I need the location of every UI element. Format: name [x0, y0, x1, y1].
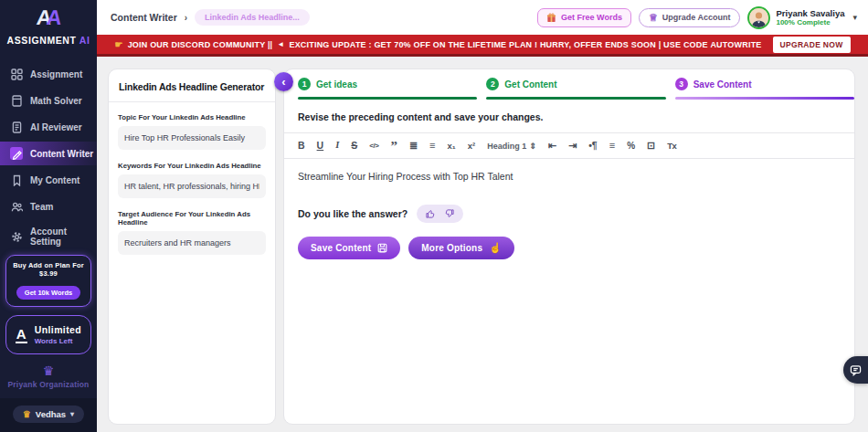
chevron-down-icon: ▾ [852, 13, 857, 22]
clear-format-icon[interactable]: Tx [667, 142, 676, 151]
workspace-bar: ♛ Vedhas ▾ [0, 398, 97, 432]
ordered-list-icon[interactable]: ≣ [409, 141, 418, 151]
content-area: Linkedin Ads Headline Generator Topic Fo… [97, 57, 868, 432]
chat-bubble-icon [850, 364, 862, 376]
superscript-icon[interactable]: x² [468, 142, 475, 151]
logo-icon: A A [5, 5, 91, 35]
italic-icon[interactable]: I [335, 141, 339, 151]
gear-icon [10, 230, 23, 243]
image-icon[interactable]: ⊡ [647, 141, 655, 151]
sidebar-item-content-writer[interactable]: Content Writer [0, 142, 97, 165]
keywords-field-group: Keywords For Your Linkedin Ads Headline [118, 162, 266, 198]
discord-banner-text[interactable]: JOIN OUR DISCORD COMMUNITY || [128, 40, 273, 49]
gift-icon [546, 13, 556, 23]
step-get-content[interactable]: 2 Get Content [486, 78, 665, 100]
step-3-badge: 3 [675, 78, 688, 90]
thumbs-up-icon[interactable] [425, 208, 436, 219]
avatar [747, 6, 770, 29]
action-buttons: Save Content More Options ☝ [284, 225, 854, 271]
profile-menu[interactable]: Priyank Savaliya 100% Complete ▾ [747, 6, 857, 29]
grid-icon [10, 68, 23, 80]
chevron-down-icon: ▾ [70, 410, 74, 418]
step-save-content[interactable]: 3 Save Content [675, 78, 854, 100]
upgrade-now-button[interactable]: UPGRADE NOW [773, 37, 851, 53]
sidebar-item-label: Team [30, 202, 53, 212]
sidebar-item-label: My Content [30, 175, 79, 185]
audience-input[interactable] [118, 231, 266, 255]
chevron-right-icon: › [185, 13, 187, 23]
pointer-hand-icon: ☝ [489, 243, 502, 253]
app-logo: A A ASSIGNMENT AI [0, 0, 97, 53]
editor-content[interactable]: Streamline Your Hiring Process with Top … [284, 159, 854, 194]
step-instruction: Revise the preceding content and save yo… [284, 100, 854, 132]
step-2-label: Get Content [504, 79, 556, 90]
words-left-box: A Unlimited Words Left [5, 315, 91, 354]
get-free-words-button[interactable]: Get Free Words [537, 8, 631, 27]
pen-icon [10, 147, 23, 160]
organization-name: Priyank Organization [0, 380, 97, 389]
sidebar: A A ASSIGNMENT AI Assignment Math Solver… [0, 0, 97, 432]
sidebar-item-ai-reviewer[interactable]: AI Reviewer [0, 115, 97, 139]
outdent-icon[interactable]: ⇤ [548, 141, 556, 151]
code-icon[interactable]: </> [369, 142, 378, 150]
get-free-words-label: Get Free Words [561, 13, 622, 22]
step-1-badge: 1 [298, 78, 311, 90]
sidebar-item-label: Math Solver [30, 96, 82, 106]
thumbs-down-icon[interactable] [444, 208, 455, 219]
paragraph-icon[interactable]: •¶ [588, 141, 598, 151]
generator-fields: Topic For Your Linkedin Ads Headline Key… [109, 102, 275, 278]
more-options-label: More Options [421, 243, 482, 253]
sidebar-item-label: Account Setting [30, 227, 97, 247]
underline-icon[interactable]: U [317, 141, 324, 151]
sidebar-item-assignment[interactable]: Assignment [0, 62, 97, 86]
keywords-input[interactable] [118, 174, 266, 198]
topic-field-group: Topic For Your Linkedin Ads Headline [118, 113, 266, 150]
upgrade-account-label: Upgrade Account [662, 13, 731, 22]
unordered-list-icon[interactable]: ≡ [429, 141, 435, 151]
subscript-icon[interactable]: x₁ [448, 142, 456, 151]
workspace-name: Vedhas [36, 409, 66, 419]
breadcrumb-root[interactable]: Content Writer [111, 12, 177, 23]
feedback-buttons [417, 205, 463, 223]
indent-icon[interactable]: ⇥ [568, 141, 577, 151]
step-3-label: Save Content [693, 79, 752, 90]
back-button[interactable]: ‹ [274, 72, 293, 91]
team-icon [10, 200, 23, 213]
bold-icon[interactable]: B [298, 141, 305, 151]
breadcrumb-current[interactable]: Linkedin Ads Headline... [195, 9, 310, 26]
sidebar-item-my-content[interactable]: My Content [0, 168, 97, 192]
feedback-row: Do you like the answer? [284, 194, 854, 225]
workspace-switcher[interactable]: ♛ Vedhas ▾ [13, 406, 84, 423]
blockquote-icon[interactable]: ” [390, 143, 397, 149]
step-1-progress-bar [298, 97, 477, 100]
save-content-button[interactable]: Save Content [298, 237, 400, 259]
sidebar-item-math-solver[interactable]: Math Solver [0, 89, 97, 112]
get-10k-words-button[interactable]: Get 10k Words [16, 286, 80, 300]
offer-text: EXCITING UPDATE : GET 70% OFF ON THE LIF… [289, 40, 761, 49]
topbar: Content Writer › Linkedin Ads Headline..… [97, 0, 868, 35]
user-name: Priyank Savaliya [776, 8, 844, 19]
words-left-value: Unlimited [35, 324, 81, 335]
chat-widget-tab[interactable] [843, 356, 868, 384]
sidebar-item-team[interactable]: Team [0, 195, 97, 218]
save-icon [377, 243, 387, 253]
strikethrough-icon[interactable]: S [351, 141, 357, 151]
sidebar-item-account-setting[interactable]: Account Setting [0, 221, 97, 252]
step-get-ideas[interactable]: 1 Get ideas [298, 78, 477, 100]
topic-label: Topic For Your Linkedin Ads Headline [118, 113, 266, 121]
step-2-badge: 2 [486, 78, 499, 90]
crown-icon: ♛ [23, 409, 31, 419]
heading-select[interactable]: Heading 1 ⇕ [487, 142, 536, 151]
upgrade-account-button[interactable]: ♕ Upgrade Account [639, 8, 741, 27]
addon-plan-box: Buy Add on Plan For $3.99 Get 10k Words [5, 255, 91, 307]
bookmark-icon [10, 174, 23, 186]
more-options-button[interactable]: More Options ☝ [408, 237, 514, 259]
wizard-steps: 1 Get ideas 2 Get Content 3 Save Conte [284, 78, 854, 100]
organization-crown-icon: ♛ [0, 364, 97, 377]
link-icon[interactable]: % [627, 142, 635, 151]
audience-field-group: Target Audience For Your Linkedin Ads He… [118, 210, 266, 255]
sidebar-item-label: Content Writer [30, 149, 93, 159]
align-icon[interactable]: ≡ [609, 141, 615, 151]
letter-a-icon: A [16, 326, 27, 343]
topic-input[interactable] [118, 126, 266, 150]
